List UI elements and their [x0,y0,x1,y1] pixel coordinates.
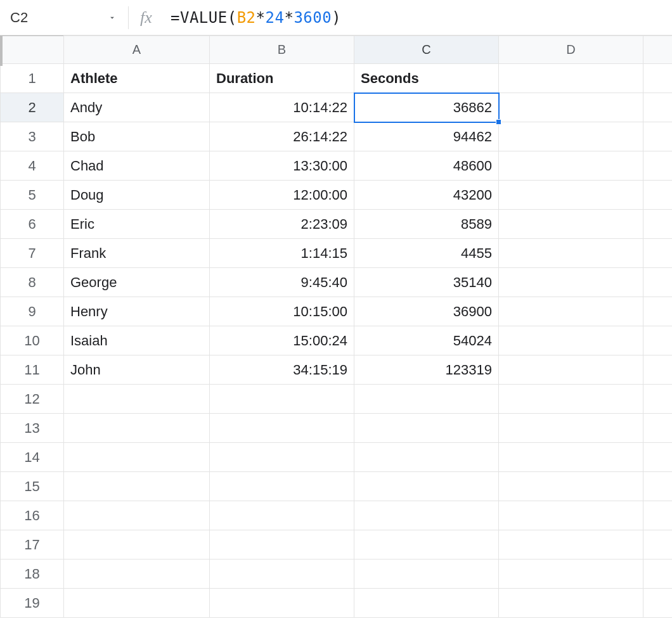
cell-C14[interactable] [354,443,499,472]
cell-A9[interactable]: Henry [64,297,210,326]
cell-B18[interactable] [210,559,354,589]
cell-B3[interactable]: 26:14:22 [210,122,354,151]
cell-C5[interactable]: 43200 [354,181,499,210]
row-header[interactable]: 5 [1,181,64,210]
cell-D3[interactable] [499,122,643,151]
cell-A1[interactable]: Athlete [64,64,210,93]
row-header[interactable]: 2 [1,93,64,122]
cell-A4[interactable]: Chad [64,151,210,181]
column-header-C[interactable]: C [354,36,499,64]
cell-A3[interactable]: Bob [64,122,210,151]
cell-D8[interactable] [499,268,643,297]
cell-D12[interactable] [499,385,643,414]
cell-B6[interactable]: 2:23:09 [210,210,354,239]
cell-A8[interactable]: George [64,268,210,297]
cell-A18[interactable] [64,559,210,589]
cell-D18[interactable] [499,559,643,589]
cell-D9[interactable] [499,297,643,326]
cell-A13[interactable] [64,414,210,443]
name-box[interactable]: C2 [10,10,124,26]
cell-extra-12[interactable] [643,385,673,414]
cell-B2[interactable]: 10:14:22 [210,93,354,122]
cell-C11[interactable]: 123319 [354,355,499,385]
cell-B13[interactable] [210,414,354,443]
row-header[interactable]: 18 [1,559,64,589]
cell-D13[interactable] [499,414,643,443]
row-header[interactable]: 14 [1,443,64,472]
row-header[interactable]: 13 [1,414,64,443]
cell-extra-15[interactable] [643,472,673,501]
cell-D14[interactable] [499,443,643,472]
cell-D19[interactable] [499,589,643,618]
cell-extra-17[interactable] [643,530,673,559]
cell-B8[interactable]: 9:45:40 [210,268,354,297]
cell-B12[interactable] [210,385,354,414]
row-header[interactable]: 12 [1,385,64,414]
cell-A10[interactable]: Isaiah [64,326,210,355]
cell-B11[interactable]: 34:15:19 [210,355,354,385]
cell-extra-6[interactable] [643,210,673,239]
cell-C10[interactable]: 54024 [354,326,499,355]
cell-extra-18[interactable] [643,559,673,589]
cell-A16[interactable] [64,501,210,530]
cell-extra-19[interactable] [643,589,673,618]
cell-A15[interactable] [64,472,210,501]
cell-B1[interactable]: Duration [210,64,354,93]
cell-D16[interactable] [499,501,643,530]
cell-C8[interactable]: 35140 [354,268,499,297]
column-header-D[interactable]: D [499,36,643,64]
cell-C18[interactable] [354,559,499,589]
chevron-down-icon[interactable] [108,13,117,22]
cell-C17[interactable] [354,530,499,559]
formula-input[interactable]: =VALUE(B2*24*3600) [171,9,672,27]
column-header-extra[interactable] [643,36,673,64]
column-header-B[interactable]: B [210,36,354,64]
cell-B10[interactable]: 15:00:24 [210,326,354,355]
row-header[interactable]: 4 [1,151,64,181]
cell-B14[interactable] [210,443,354,472]
cell-C16[interactable] [354,501,499,530]
cell-A17[interactable] [64,530,210,559]
cell-D10[interactable] [499,326,643,355]
cell-D11[interactable] [499,355,643,385]
spreadsheet-grid[interactable]: ABCD 1AthleteDurationSeconds2Andy10:14:2… [0,35,672,618]
cell-C4[interactable]: 48600 [354,151,499,181]
cell-B4[interactable]: 13:30:00 [210,151,354,181]
row-header[interactable]: 10 [1,326,64,355]
cell-D6[interactable] [499,210,643,239]
cell-A19[interactable] [64,589,210,618]
cell-C6[interactable]: 8589 [354,210,499,239]
cell-extra-13[interactable] [643,414,673,443]
cell-extra-16[interactable] [643,501,673,530]
cell-extra-5[interactable] [643,181,673,210]
cell-B17[interactable] [210,530,354,559]
cell-C3[interactable]: 94462 [354,122,499,151]
cell-extra-8[interactable] [643,268,673,297]
cell-extra-2[interactable] [643,93,673,122]
cell-B15[interactable] [210,472,354,501]
cell-extra-7[interactable] [643,239,673,268]
cell-D7[interactable] [499,239,643,268]
cell-A12[interactable] [64,385,210,414]
cell-A6[interactable]: Eric [64,210,210,239]
cell-A2[interactable]: Andy [64,93,210,122]
cell-C1[interactable]: Seconds [354,64,499,93]
row-header[interactable]: 11 [1,355,64,385]
cell-extra-4[interactable] [643,151,673,181]
row-header[interactable]: 6 [1,210,64,239]
cell-D15[interactable] [499,472,643,501]
row-header[interactable]: 17 [1,530,64,559]
cell-extra-1[interactable] [643,64,673,93]
row-header[interactable]: 7 [1,239,64,268]
cell-C15[interactable] [354,472,499,501]
cell-D4[interactable] [499,151,643,181]
cell-A11[interactable]: John [64,355,210,385]
cell-B9[interactable]: 10:15:00 [210,297,354,326]
row-header[interactable]: 19 [1,589,64,618]
cell-C19[interactable] [354,589,499,618]
cell-C2[interactable]: 36862 [354,93,499,122]
column-header-A[interactable]: A [64,36,210,64]
cell-B5[interactable]: 12:00:00 [210,181,354,210]
cell-C13[interactable] [354,414,499,443]
cell-A5[interactable]: Doug [64,181,210,210]
